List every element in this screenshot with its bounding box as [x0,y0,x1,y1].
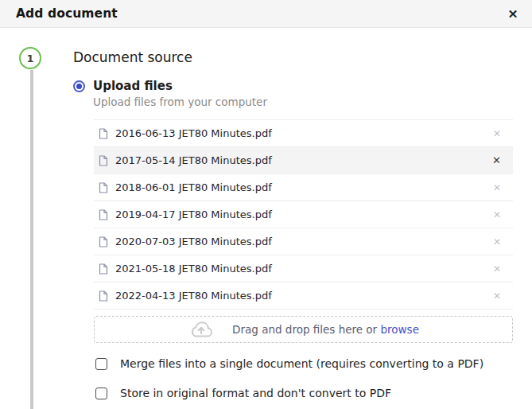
dropzone-text: Drag and drop files here or browse [232,323,419,336]
file-row: 2019-04-17 JET80 Minutes.pdf✕ [94,201,513,228]
file-name: 2019-04-17 JET80 Minutes.pdf [115,208,491,220]
file-name: 2021-05-18 JET80 Minutes.pdf [115,263,491,275]
file-icon [99,155,108,166]
file-name: 2016-06-13 JET80 Minutes.pdf [115,127,491,139]
modal-content: Document source Upload files Upload file… [73,49,513,409]
store-original-option[interactable]: Store in original format and don't conve… [95,387,513,400]
modal-header: Add document [0,0,532,28]
store-original-checkbox[interactable] [95,388,107,399]
merge-files-label: Merge files into a single document (requ… [120,357,483,371]
merge-files-option[interactable]: Merge files into a single document (requ… [95,357,513,371]
file-icon [99,209,108,220]
cloud-upload-icon [188,320,215,339]
merge-files-checkbox[interactable] [95,358,107,370]
remove-file-icon[interactable]: ✕ [491,181,503,194]
remove-file-icon[interactable]: ✕ [490,154,503,167]
radio-selected-icon[interactable] [73,80,85,92]
file-row: 2016-06-13 JET80 Minutes.pdf✕ [94,119,513,146]
file-name: 2018-06-01 JET80 Minutes.pdf [115,181,491,193]
upload-files-label: Upload files [93,79,173,93]
step-indicator: 1 [19,47,41,69]
modal-title: Add document [16,6,118,21]
file-list: 2016-06-13 JET80 Minutes.pdf✕2017-05-14 … [94,119,513,310]
file-name: 2020-07-03 JET80 Minutes.pdf [115,236,491,247]
remove-file-icon[interactable]: ✕ [491,236,503,248]
file-icon [99,290,108,302]
file-icon [99,263,108,275]
file-row: 2021-05-18 JET80 Minutes.pdf✕ [94,255,513,282]
upload-files-description: Upload files from your computer [93,95,513,109]
dropzone[interactable]: Drag and drop files here or browse [94,316,513,343]
remove-file-icon[interactable]: ✕ [491,263,503,275]
file-icon [99,236,108,247]
section-heading: Document source [73,49,513,66]
file-row: 2022-04-13 JET80 Minutes.pdf✕ [94,282,513,309]
options: Merge files into a single document (requ… [95,357,513,400]
close-icon[interactable]: ✕ [503,5,522,24]
step-number: 1 [26,53,33,64]
file-row: 2017-05-14 JET80 Minutes.pdf✕ [94,146,513,173]
store-original-label: Store in original format and don't conve… [120,387,391,400]
file-name: 2022-04-13 JET80 Minutes.pdf [115,290,491,302]
file-row: 2018-06-01 JET80 Minutes.pdf✕ [94,173,513,201]
file-icon [99,182,108,193]
upload-files-option[interactable]: Upload files [73,79,513,93]
file-name: 2017-05-14 JET80 Minutes.pdf [115,154,490,166]
remove-file-icon[interactable]: ✕ [491,290,503,302]
add-document-modal: Add document ✕ 1 Document source Upload … [0,0,532,409]
remove-file-icon[interactable]: ✕ [491,127,503,140]
file-icon [99,128,108,139]
file-row: 2020-07-03 JET80 Minutes.pdf✕ [94,228,513,255]
browse-link[interactable]: browse [380,323,418,336]
step-rail-line [30,70,33,409]
remove-file-icon[interactable]: ✕ [491,208,503,221]
